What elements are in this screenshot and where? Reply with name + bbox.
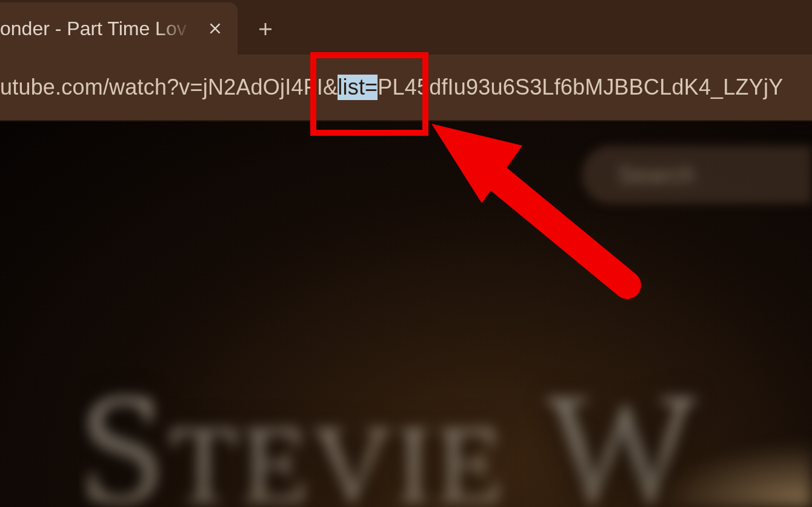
toolbar: utube.com/watch?v=jN2AdOjI4FI&list=PL45d…: [0, 55, 812, 121]
tab-title: onder - Part Time Lov: [0, 18, 200, 40]
close-icon: [207, 21, 223, 36]
url-segment-selected: list=: [338, 75, 378, 100]
address-bar[interactable]: utube.com/watch?v=jN2AdOjI4FI&list=PL45d…: [0, 75, 812, 100]
new-tab-button[interactable]: [251, 15, 280, 44]
plus-icon: [256, 20, 275, 38]
url-segment-post: PL45dfIu93u6S3Lf6bMJBBCLdK4_LZYjY: [378, 75, 783, 99]
url-segment-pre: utube.com/watch?v=jN2AdOjI4FI&: [0, 75, 338, 99]
search-placeholder: Search: [618, 161, 695, 189]
decorative-glow: [654, 440, 812, 507]
tab-strip: onder - Part Time Lov: [0, 0, 812, 55]
close-tab-button[interactable]: [206, 19, 224, 38]
browser-tab[interactable]: onder - Part Time Lov: [0, 2, 238, 55]
page-content: Search Stevie W: [0, 121, 812, 507]
search-box[interactable]: Search: [582, 146, 812, 204]
